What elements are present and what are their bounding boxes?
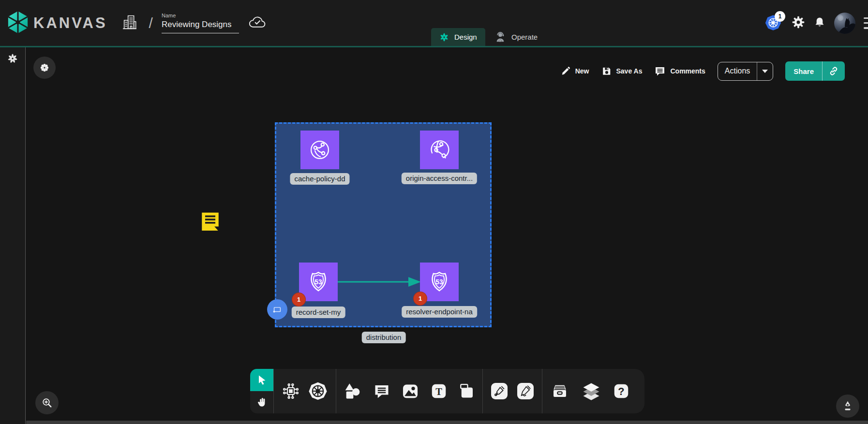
new-button[interactable]: New [560,66,589,76]
tab-design[interactable]: Design [431,28,485,46]
misc-tools-group: ? [542,369,637,413]
content-tools-group: T [336,369,482,413]
group-drag-handle[interactable] [267,299,287,320]
canvas-settings-button[interactable] [33,57,56,79]
tool-image[interactable] [401,382,419,400]
svg-text:53: 53 [314,278,322,286]
frame-icon [272,304,283,315]
tool-infrastructure[interactable] [282,382,300,400]
text-tool-icon: T [430,382,448,400]
tab-bar-underline [0,46,868,47]
card-icon [458,382,476,400]
drawer-icon [550,382,570,400]
share-button[interactable]: Share [785,61,845,81]
tab-operate[interactable]: Operate [486,28,545,46]
sync-status-cloud-icon [249,15,266,31]
cursor-icon [256,374,268,386]
svg-text:53: 53 [435,278,443,286]
infra-tools-group [274,369,336,413]
save-icon [601,66,612,76]
design-name-input[interactable] [162,19,239,33]
tool-edge-pen[interactable] [491,383,508,399]
group-label[interactable]: distribution [362,332,406,343]
pen-tools-group [483,369,542,413]
cloudfront-globe-icon [308,138,332,162]
help-icon: ? [613,382,630,400]
node-issue-badge: 1 [292,292,306,307]
sketch-pen-icon [519,385,532,397]
design-name-label: Name [162,13,239,18]
node-cloudfront-origin-access-control[interactable] [420,131,459,169]
header-left-group: KANVAS / Name [7,0,266,46]
layers-icon [581,380,602,402]
copy-link-button[interactable] [822,61,845,81]
image-icon [401,382,419,400]
tab-operate-label: Operate [511,33,538,41]
route53-shield-icon: 53 [306,270,330,294]
hand-icon [256,396,268,408]
route53-shield-icon: 53 [427,270,451,294]
tool-comment[interactable] [373,382,390,400]
brand-wordmark: KANVAS [33,15,107,32]
node-issue-badge: 1 [413,292,427,306]
node-label[interactable]: origin-access-contr... [402,173,477,184]
tool-sketch-pen[interactable] [517,383,534,399]
settings-gear-icon[interactable] [792,15,805,31]
link-icon [828,65,839,77]
pointer-tools-column [250,369,273,413]
tool-kubernetes[interactable] [308,381,328,401]
tool-text[interactable]: T [430,382,448,400]
tool-help[interactable]: ? [613,382,630,400]
bottom-edge-strip [26,421,868,424]
save-as-button[interactable]: Save As [601,66,643,76]
comments-button[interactable]: Comments [654,65,705,77]
svg-text:?: ? [618,385,624,397]
pen-mode-button[interactable] [836,395,859,418]
actions-caret[interactable] [757,62,773,80]
pencil-icon [560,66,571,76]
circuit-icon [282,382,300,400]
node-label[interactable]: record-set-my [292,307,345,318]
edge-record-set-to-resolver[interactable] [337,276,423,288]
tools-toolbar: T [250,369,644,413]
node-cloudfront-cache-policy[interactable] [300,131,339,169]
tool-drawer[interactable] [550,382,570,400]
shapes-icon [343,381,362,401]
node-route53-record-set[interactable]: 53 [299,263,338,301]
tab-design-label: Design [454,33,477,41]
header-right-group: 1 [765,0,868,46]
node-label[interactable]: resolver-endpoint-na [402,306,477,318]
kubernetes-context-count-badge: 1 [775,11,785,22]
tool-pan[interactable] [250,391,273,413]
comment-marker-icon[interactable] [199,209,222,234]
left-dock [0,47,26,424]
comment-bubble-icon [373,382,390,400]
cloudfront-globe-alt-icon [427,138,451,162]
kubernetes-wheel-icon [308,381,328,401]
tool-card[interactable] [458,382,476,400]
breadcrumb-separator: / [149,15,153,31]
actions-dropdown-button[interactable]: Actions [718,62,773,81]
tool-shapes[interactable] [343,381,362,401]
design-name-block: Name [162,13,239,33]
node-label[interactable]: cache-policy-dd [290,173,349,185]
notifications-bell-icon[interactable] [813,15,826,31]
chevron-down-icon [762,70,768,73]
tool-select[interactable] [250,369,273,391]
zoom-in-button[interactable] [35,391,59,414]
comment-icon [654,65,666,77]
svg-text:T: T [435,386,442,397]
menu-hamburger-icon[interactable] [864,17,868,29]
edge-pen-icon [493,385,506,397]
kubernetes-context-button[interactable]: 1 [765,15,783,32]
dock-pinwheel-icon[interactable] [6,52,19,67]
tool-layers[interactable] [581,380,602,402]
canvas-action-bar: New Save As Comments Actions Share [560,61,845,81]
organization-icon[interactable] [122,14,137,33]
kanvas-logo-icon [7,10,29,36]
user-avatar[interactable] [834,13,855,34]
